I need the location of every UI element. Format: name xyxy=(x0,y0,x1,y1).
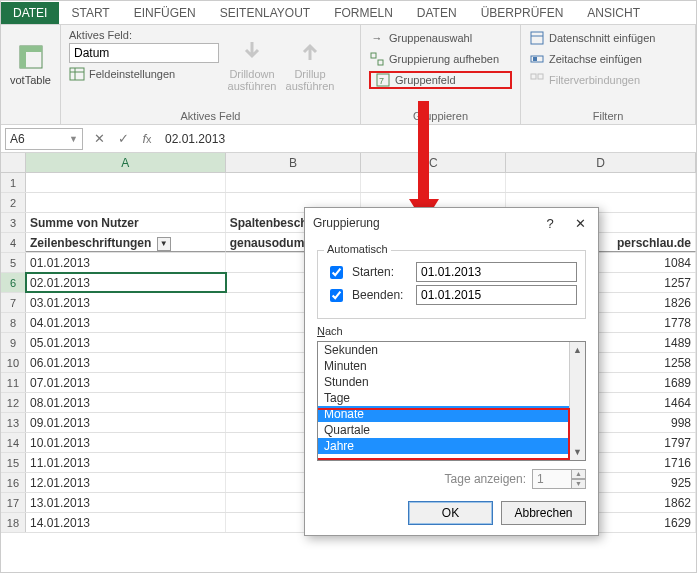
svg-rect-13 xyxy=(533,57,537,61)
tab-seitenlayout[interactable]: SEITENLAYOUT xyxy=(208,2,322,24)
row-header[interactable]: 7 xyxy=(1,293,26,312)
row-header[interactable]: 3 xyxy=(1,213,26,232)
cell[interactable]: 02.01.2013 xyxy=(26,273,226,292)
fx-icon[interactable]: fx xyxy=(135,128,159,150)
active-field-input[interactable] xyxy=(69,43,219,63)
help-icon[interactable]: ? xyxy=(540,216,560,231)
svg-rect-14 xyxy=(531,74,536,79)
ungroup-button[interactable]: Gruppierung aufheben xyxy=(369,50,512,68)
group-field-button[interactable]: 7 Gruppenfeld xyxy=(369,71,512,89)
drilldown-label: Drilldown ausführen xyxy=(227,68,277,92)
row-header[interactable]: 16 xyxy=(1,473,26,492)
chevron-down-icon[interactable]: ▼ xyxy=(69,134,78,144)
formula-value[interactable]: 02.01.2013 xyxy=(159,132,696,146)
insert-timeline-button[interactable]: Zeitachse einfügen xyxy=(529,50,687,68)
by-listbox[interactable]: SekundenMinutenStundenTageMonateQuartale… xyxy=(317,341,586,461)
start-input[interactable] xyxy=(416,262,577,282)
row-header[interactable]: 4 xyxy=(1,233,26,252)
row-header[interactable]: 10 xyxy=(1,353,26,372)
cell[interactable]: 08.01.2013 xyxy=(26,393,226,412)
cell[interactable]: 03.01.2013 xyxy=(26,293,226,312)
pivottable-icon xyxy=(16,42,46,72)
select-all-corner[interactable] xyxy=(1,153,26,172)
group-selection-button[interactable]: → Gruppenauswahl xyxy=(369,29,512,47)
filter-dropdown-icon[interactable]: ▼ xyxy=(157,237,171,251)
cell[interactable]: 07.01.2013 xyxy=(26,373,226,392)
pivottable-label: votTable xyxy=(10,74,51,86)
cell[interactable]: 01.01.2013 xyxy=(26,253,226,272)
row-header[interactable]: 12 xyxy=(1,393,26,412)
cell[interactable]: Zeilenbeschriftungen ▼ xyxy=(26,233,226,252)
row-header[interactable]: 15 xyxy=(1,453,26,472)
row-header[interactable]: 8 xyxy=(1,313,26,332)
field-settings-button[interactable]: Feldeinstellungen xyxy=(69,65,219,83)
svg-rect-15 xyxy=(538,74,543,79)
group-label-gruppieren: Gruppieren xyxy=(369,108,512,122)
row-header[interactable]: 1 xyxy=(1,173,26,192)
slicer-icon xyxy=(529,30,545,46)
svg-rect-3 xyxy=(70,68,84,80)
scroll-down-icon[interactable]: ▼ xyxy=(573,444,582,460)
name-box[interactable]: A6 ▼ xyxy=(5,128,83,150)
row-header[interactable]: 11 xyxy=(1,373,26,392)
row-header[interactable]: 17 xyxy=(1,493,26,512)
scrollbar[interactable]: ▲ ▼ xyxy=(569,342,585,460)
start-checkbox[interactable] xyxy=(330,266,343,279)
scroll-up-icon[interactable]: ▲ xyxy=(573,342,582,358)
tab-ansicht[interactable]: ANSICHT xyxy=(575,2,652,24)
tab-datei[interactable]: DATEI xyxy=(1,2,59,24)
insert-slicer-button[interactable]: Datenschnitt einfügen xyxy=(529,29,687,47)
list-item[interactable]: Stunden xyxy=(318,374,569,390)
pivottable-button[interactable]: votTable xyxy=(9,29,52,99)
drillup-icon xyxy=(295,36,325,66)
row-header[interactable]: 18 xyxy=(1,513,26,532)
cell[interactable]: 04.01.2013 xyxy=(26,313,226,332)
cell[interactable]: Summe von Nutzer xyxy=(26,213,226,232)
cell[interactable]: 10.01.2013 xyxy=(26,433,226,452)
cell[interactable]: 05.01.2013 xyxy=(26,333,226,352)
col-header-b[interactable]: B xyxy=(226,153,362,172)
enter-icon[interactable]: ✓ xyxy=(111,128,135,150)
svg-rect-7 xyxy=(378,60,383,65)
col-header-c[interactable]: C xyxy=(361,153,506,172)
col-header-a[interactable]: A xyxy=(26,153,226,172)
col-header-d[interactable]: D xyxy=(506,153,696,172)
row-header[interactable]: 2 xyxy=(1,193,26,212)
group-label-active-field: Aktives Feld xyxy=(69,108,352,122)
tab-start[interactable]: START xyxy=(59,2,121,24)
group-field-icon: 7 xyxy=(375,72,391,88)
ok-button[interactable]: OK xyxy=(408,501,493,525)
cell[interactable]: 12.01.2013 xyxy=(26,473,226,492)
field-settings-icon xyxy=(69,66,85,82)
tab-formeln[interactable]: FORMELN xyxy=(322,2,405,24)
row-header[interactable]: 6 xyxy=(1,273,26,292)
list-item[interactable]: Minuten xyxy=(318,358,569,374)
list-item[interactable]: Quartale xyxy=(318,422,569,438)
tab-einfuegen[interactable]: EINFÜGEN xyxy=(122,2,208,24)
active-field-label: Aktives Feld: xyxy=(69,29,219,41)
cell[interactable]: 11.01.2013 xyxy=(26,453,226,472)
end-label: Beenden: xyxy=(352,288,410,302)
list-item[interactable]: Jahre xyxy=(318,438,569,454)
cell[interactable]: 13.01.2013 xyxy=(26,493,226,512)
list-item[interactable]: Sekunden xyxy=(318,342,569,358)
dialog-title: Gruppierung xyxy=(313,216,380,230)
list-item[interactable]: Tage xyxy=(318,390,569,406)
tab-daten[interactable]: DATEN xyxy=(405,2,469,24)
formula-bar: A6 ▼ ✕ ✓ fx 02.01.2013 xyxy=(1,125,696,153)
arrow-right-icon: → xyxy=(369,30,385,46)
row-header[interactable]: 5 xyxy=(1,253,26,272)
cell[interactable]: 09.01.2013 xyxy=(26,413,226,432)
tab-ueberpruefen[interactable]: ÜBERPRÜFEN xyxy=(469,2,576,24)
row-header[interactable]: 9 xyxy=(1,333,26,352)
end-checkbox[interactable] xyxy=(330,289,343,302)
list-item[interactable]: Monate xyxy=(318,406,569,422)
row-header[interactable]: 14 xyxy=(1,433,26,452)
row-header[interactable]: 13 xyxy=(1,413,26,432)
close-icon[interactable]: ✕ xyxy=(570,216,590,231)
cell[interactable]: 06.01.2013 xyxy=(26,353,226,372)
cancel-icon[interactable]: ✕ xyxy=(87,128,111,150)
end-input[interactable] xyxy=(416,285,577,305)
cancel-button[interactable]: Abbrechen xyxy=(501,501,586,525)
cell[interactable]: 14.01.2013 xyxy=(26,513,226,532)
